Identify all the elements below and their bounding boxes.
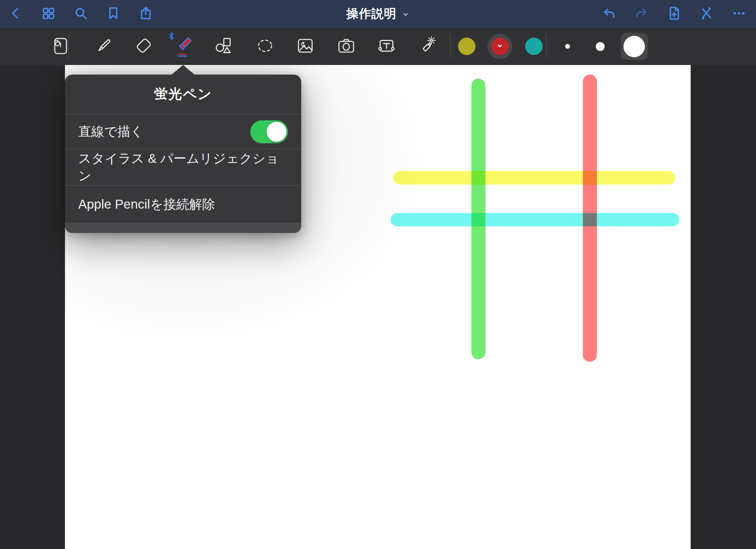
add-page-icon bbox=[667, 6, 681, 22]
chevron-down-icon bbox=[402, 8, 410, 20]
disconnect-apple-pencil-label: Apple Pencilを接続解除 bbox=[78, 196, 215, 213]
chevron-down-icon bbox=[495, 41, 504, 52]
eraser-tool[interactable] bbox=[123, 28, 164, 65]
yellow-swatch[interactable] bbox=[450, 28, 483, 65]
toolbar-divider bbox=[546, 34, 547, 58]
popover-title: 蛍光ペン bbox=[154, 85, 212, 103]
toolbar-divider bbox=[68, 34, 69, 58]
nav-bar: 操作説明 bbox=[0, 0, 756, 28]
undo-button[interactable] bbox=[601, 6, 617, 22]
disconnect-apple-pencil-item[interactable]: Apple Pencilを接続解除 bbox=[65, 186, 301, 223]
page-panel-tool[interactable] bbox=[40, 28, 80, 65]
stylus-palm-rejection-item[interactable]: スタイラス & パームリジェクション bbox=[65, 150, 301, 186]
selected-swatch-ring bbox=[487, 34, 512, 59]
size-large[interactable] bbox=[617, 28, 652, 65]
draw-straight-row: 直線で描く bbox=[65, 114, 301, 150]
laser-pointer-icon bbox=[416, 35, 438, 58]
popover-arrow bbox=[171, 65, 195, 75]
draw-straight-label: 直線で描く bbox=[78, 123, 144, 140]
shapes-icon bbox=[213, 35, 234, 58]
stylus-disable-button[interactable] bbox=[698, 6, 715, 22]
eraser-icon bbox=[133, 35, 154, 58]
more-ellipsis-icon bbox=[732, 6, 746, 22]
cyan-horizontal-stroke bbox=[391, 213, 679, 226]
camera-tool[interactable] bbox=[326, 28, 367, 65]
tool-bar bbox=[0, 28, 756, 65]
popover-partial-row bbox=[65, 223, 301, 233]
shapes-tool[interactable] bbox=[203, 28, 244, 65]
image-icon bbox=[295, 35, 316, 58]
medium-dot bbox=[596, 42, 605, 51]
lasso-tool[interactable] bbox=[245, 28, 285, 65]
size-small[interactable] bbox=[551, 28, 584, 65]
selected-size-bg bbox=[621, 33, 648, 60]
text-tool[interactable] bbox=[366, 28, 407, 65]
page-title: 操作説明 bbox=[346, 6, 396, 22]
camera-icon bbox=[336, 35, 357, 58]
pencil-disabled-icon bbox=[699, 6, 714, 22]
add-page-button[interactable] bbox=[666, 6, 682, 22]
pen-icon bbox=[93, 35, 114, 58]
highlighter-popover: 蛍光ペン 直線で描く スタイラス & パームリジェクション Apple Penc… bbox=[65, 75, 301, 233]
redo-button[interactable] bbox=[633, 6, 650, 22]
image-tool[interactable] bbox=[285, 28, 326, 65]
popover-header: 蛍光ペン bbox=[65, 75, 301, 114]
text-icon bbox=[376, 35, 397, 58]
straight-line-toggle[interactable] bbox=[250, 120, 288, 143]
toggle-knob bbox=[267, 122, 286, 142]
small-dot bbox=[565, 44, 570, 49]
more-options-button[interactable] bbox=[731, 6, 747, 22]
undo-icon bbox=[602, 6, 616, 22]
red-swatch[interactable] bbox=[483, 28, 516, 65]
teal-swatch[interactable] bbox=[517, 28, 550, 65]
pen-tool[interactable] bbox=[83, 28, 124, 65]
lasso-icon bbox=[254, 35, 276, 58]
page-panel-icon bbox=[49, 35, 71, 58]
size-medium[interactable] bbox=[584, 28, 617, 65]
stylus-palm-rejection-label: スタイラス & パームリジェクション bbox=[78, 150, 288, 185]
laser-pointer-tool[interactable] bbox=[407, 28, 447, 65]
yellow-horizontal-stroke bbox=[393, 171, 675, 185]
highlighter-tool[interactable] bbox=[163, 28, 203, 65]
large-dot bbox=[623, 36, 645, 57]
redo-icon bbox=[634, 6, 649, 22]
